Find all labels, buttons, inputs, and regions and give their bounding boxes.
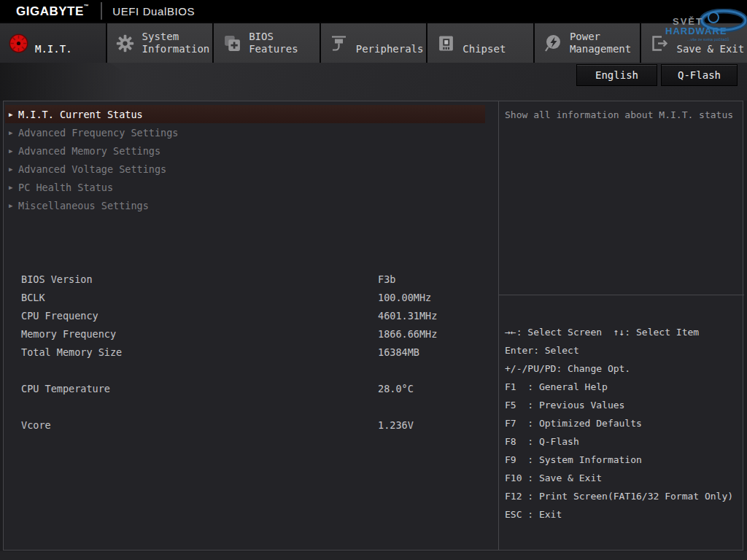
tab-chipset[interactable]: Chipset (427, 23, 533, 63)
submenu-arrow-icon: ▶ (5, 166, 18, 173)
status-label: Memory Frequency (21, 325, 116, 343)
tab-label-save-exit: Save & Exit (676, 30, 744, 56)
menu-item[interactable]: ▶Advanced Memory Settings (5, 141, 485, 160)
tab-save-exit[interactable]: Save & Exit (641, 23, 747, 63)
gear-icon (115, 33, 136, 53)
plug-icon (329, 33, 349, 53)
gauge-icon (8, 33, 28, 53)
menu-item[interactable]: ▶Advanced Voltage Settings (5, 160, 485, 178)
menu-list: ▶M.I.T. Current Status▶Advanced Frequenc… (5, 105, 485, 214)
status-label: BIOS Version (21, 271, 93, 289)
settings-panel: ▶M.I.T. Current Status▶Advanced Frequenc… (4, 101, 499, 550)
tab-mit[interactable]: M.I.T. (0, 23, 106, 63)
tab-label-system-information: SystemInformation (142, 30, 210, 56)
status-label: Total Memory Size (21, 343, 122, 362)
menu-item-label: Advanced Memory Settings (18, 145, 160, 157)
content-area: ▶M.I.T. Current Status▶Advanced Frequenc… (3, 101, 743, 551)
hotkey-line: Enter: Select (499, 341, 744, 359)
hotkey-line: →←: Select Screen ↑↓: Select Item (499, 323, 744, 341)
menu-item-label: Miscellaneous Settings (18, 200, 149, 211)
tab-label-mit: M.I.T. (35, 30, 72, 56)
hotkey-list: →←: Select Screen ↑↓: Select ItemEnter: … (499, 296, 744, 524)
status-row: BIOS VersionF3b (4, 271, 498, 289)
item-help-panel: Show all information about M.I.T. status (499, 101, 744, 295)
tab-bios-features[interactable]: BIOSFeatures (214, 23, 320, 63)
tab-label-power-management: PowerManagement (570, 30, 631, 56)
status-value: 1866.66MHz (378, 325, 437, 343)
submenu-arrow-icon: ▶ (5, 111, 18, 118)
status-label: CPU Frequency (21, 307, 98, 325)
trademark-symbol: ™ (84, 4, 90, 9)
menu-item[interactable]: ▶Advanced Frequency Settings (5, 123, 485, 141)
gigabyte-logo: GIGABYTE™ (16, 4, 89, 19)
firmware-title: UEFI DualBIOS (112, 5, 195, 18)
bios-screen: GIGABYTE™ UEFI DualBIOS M.I.T. SystemInf (0, 0, 747, 560)
tab-label-chipset: Chipset (462, 30, 506, 56)
menu-item[interactable]: ▶Miscellaneous Settings (5, 196, 485, 214)
menu-item-label: Advanced Voltage Settings (18, 163, 166, 175)
menu-item[interactable]: ▶M.I.T. Current Status (5, 105, 485, 123)
status-value: 4601.31MHz (378, 307, 437, 325)
status-row: Vcore1.236V (4, 416, 498, 435)
status-value: F3b (378, 271, 395, 289)
submenu-arrow-icon: ▶ (5, 129, 18, 136)
title-divider (101, 2, 102, 20)
submenu-arrow-icon: ▶ (5, 147, 18, 155)
status-row: Total Memory Size16384MB (4, 343, 498, 362)
hotkey-line: F9 : System Information (499, 451, 744, 469)
hotkey-line: F10 : Save & Exit (499, 469, 744, 487)
qflash-button[interactable]: Q-Flash (661, 64, 738, 86)
tab-label-bios-features: BIOSFeatures (249, 30, 298, 56)
status-label: BCLK (21, 289, 45, 307)
menu-item[interactable]: ▶PC Health Status (5, 178, 485, 196)
status-row: Memory Frequency1866.66MHz (4, 325, 498, 343)
tab-bar: M.I.T. SystemInformation BIOSFeatures Pe… (0, 23, 747, 63)
power-bolt-icon (543, 33, 563, 53)
status-label: Vcore (21, 416, 51, 435)
status-value: 100.00MHz (378, 289, 431, 307)
submenu-arrow-icon: ▶ (5, 184, 18, 191)
hotkey-line: F7 : Optimized Defaults (499, 414, 744, 432)
tab-label-peripherals: Peripherals (356, 30, 424, 56)
menu-item-label: M.I.T. Current Status (18, 109, 143, 120)
title-bar: GIGABYTE™ UEFI DualBIOS (0, 0, 747, 22)
status-value: 16384MB (378, 343, 419, 362)
bottom-strip (0, 551, 747, 560)
menu-item-label: PC Health Status (18, 182, 113, 193)
status-value: 1.236V (378, 416, 414, 435)
hotkey-line: F8 : Q-Flash (499, 432, 744, 451)
item-help-text: Show all information about M.I.T. status (499, 101, 744, 120)
status-row: BCLK100.00MHz (4, 289, 498, 307)
chipset-icon (436, 33, 456, 53)
hotkey-line: +/-/PU/PD: Change Opt. (499, 359, 744, 378)
hotkey-line: F12 : Print Screen(FAT16/32 Format Only) (499, 487, 744, 505)
tab-power-management[interactable]: PowerManagement (535, 23, 640, 63)
tab-peripherals[interactable]: Peripherals (321, 23, 427, 63)
language-button[interactable]: English (576, 64, 657, 86)
submenu-arrow-icon: ▶ (5, 202, 18, 209)
status-row: CPU Frequency4601.31MHz (4, 307, 498, 325)
status-label: CPU Temperature (21, 380, 110, 398)
hotkey-help-panel: →←: Select Screen ↑↓: Select ItemEnter: … (499, 296, 744, 550)
tab-system-information[interactable]: SystemInformation (107, 23, 213, 63)
hotkey-line: F5 : Previous Values (499, 396, 744, 414)
hotkey-line: ESC : Exit (499, 505, 744, 524)
hotkey-line: F1 : General Help (499, 378, 744, 396)
bios-chip-icon (222, 33, 242, 53)
menu-item-label: Advanced Frequency Settings (18, 127, 178, 139)
exit-door-icon (649, 33, 670, 53)
status-row: CPU Temperature28.0°C (4, 380, 498, 398)
status-value: 28.0°C (378, 380, 414, 398)
